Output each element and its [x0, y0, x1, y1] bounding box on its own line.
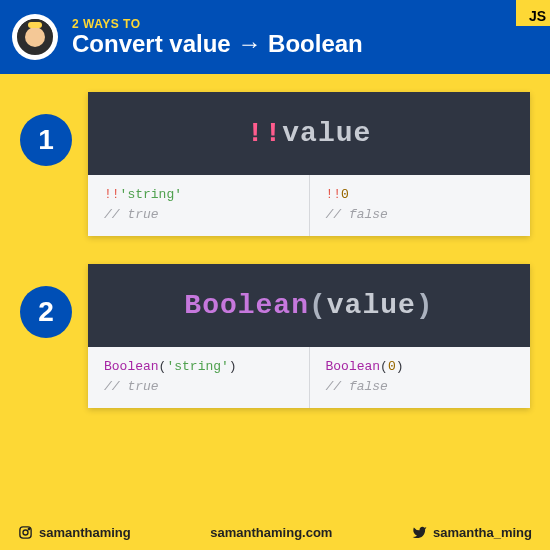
function-token: Boolean: [184, 290, 309, 321]
examples-row: !!'string' // true !!0 // false: [88, 175, 530, 236]
string-token: 'string': [166, 359, 228, 374]
twitter-text: samantha_ming: [433, 525, 532, 540]
method-number-badge: 1: [20, 114, 72, 166]
operator-token: !!: [326, 187, 342, 202]
operator-token: !!: [247, 118, 283, 149]
header: 2 WAYS TO Convert value → Boolean JS: [0, 0, 550, 74]
js-badge: JS: [516, 0, 550, 26]
string-token: 'string': [120, 187, 182, 202]
paren-token: (: [309, 290, 327, 321]
twitter-handle: samantha_ming: [412, 525, 532, 540]
site-link: samanthaming.com: [210, 525, 332, 540]
svg-point-2: [28, 528, 29, 529]
number-token: 0: [341, 187, 349, 202]
svg-point-1: [23, 530, 28, 535]
function-token: Boolean: [104, 359, 159, 374]
comment-token: // true: [104, 205, 293, 225]
code-header: !!value: [88, 92, 530, 175]
method-row: 1 !!value !!'string' // true !!0 // fals…: [20, 92, 530, 236]
method-number-badge: 2: [20, 286, 72, 338]
comment-token: // false: [326, 205, 515, 225]
header-subtitle: 2 WAYS TO: [72, 17, 363, 31]
argument-token: value: [327, 290, 416, 321]
example-cell: Boolean('string') // true: [88, 347, 309, 408]
example-cell: !!0 // false: [309, 175, 531, 236]
instagram-text: samanthaming: [39, 525, 131, 540]
instagram-handle: samanthaming: [18, 525, 131, 540]
method-card: !!value !!'string' // true !!0 // false: [88, 92, 530, 236]
example-cell: Boolean(0) // false: [309, 347, 531, 408]
operator-token: !!: [104, 187, 120, 202]
paren-token: ): [416, 290, 434, 321]
instagram-icon: [18, 525, 33, 540]
argument-token: value: [282, 118, 371, 149]
avatar: [12, 14, 58, 60]
number-token: 0: [388, 359, 396, 374]
header-title: Convert value → Boolean: [72, 31, 363, 57]
function-token: Boolean: [326, 359, 381, 374]
method-card: Boolean(value) Boolean('string') // true…: [88, 264, 530, 408]
examples-row: Boolean('string') // true Boolean(0) // …: [88, 347, 530, 408]
content: 1 !!value !!'string' // true !!0 // fals…: [0, 74, 550, 408]
twitter-icon: [412, 525, 427, 540]
code-header: Boolean(value): [88, 264, 530, 347]
comment-token: // true: [104, 377, 293, 397]
comment-token: // false: [326, 377, 515, 397]
example-cell: !!'string' // true: [88, 175, 309, 236]
method-row: 2 Boolean(value) Boolean('string') // tr…: [20, 264, 530, 408]
footer: samanthaming samanthaming.com samantha_m…: [0, 514, 550, 550]
